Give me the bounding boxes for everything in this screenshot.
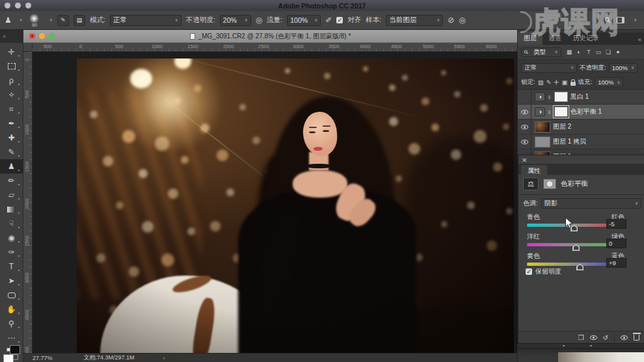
foreground-color-swatch[interactable] [3, 354, 14, 362]
brush-tool[interactable]: ✎ [0, 145, 23, 159]
status-expand-icon[interactable]: › [163, 355, 165, 361]
path-selection-tool[interactable]: ➤ [0, 274, 23, 288]
opacity-select[interactable]: 20% ∨ [220, 15, 251, 26]
lasso-tool[interactable]: ρ [0, 73, 23, 88]
tab-layers[interactable]: 图层 [518, 32, 543, 45]
cyan-red-value-input[interactable] [606, 219, 626, 229]
panel-resize-strip-2[interactable] [517, 348, 644, 352]
layer-visibility-eye-icon[interactable] [518, 105, 531, 119]
dodge-tool[interactable]: ◉ [0, 231, 23, 245]
doc-close-button[interactable] [29, 33, 35, 39]
tool-preset-chevron-icon[interactable]: ∨ [20, 18, 23, 23]
align-checkbox[interactable]: ✓ [336, 17, 343, 23]
layer-name[interactable]: 图层 2 [553, 122, 571, 131]
canvas-pasteboard[interactable] [33, 52, 517, 353]
lock-pixels-icon[interactable]: ✎ [546, 79, 552, 86]
brush-settings-panel-button[interactable]: ✎ [57, 15, 69, 26]
layer-row-2[interactable]: ◑∞色彩平衡 1 [518, 105, 644, 120]
layer-mask-thumbnail[interactable] [554, 92, 568, 102]
adjustment-layer-icon[interactable]: ◑ [535, 107, 545, 116]
airbrush-icon[interactable]: ✐ [325, 16, 332, 25]
document-title-bar[interactable]: _MG_3091.CR2 @ 27.8% (色彩平衡 1, 图层蒙版/8) * [23, 30, 517, 43]
eraser-tool[interactable]: ▱ [0, 188, 23, 202]
lock-all-icon[interactable] [570, 82, 576, 86]
layer-row-1[interactable]: ◑∞黑白 1 [518, 90, 644, 105]
marquee-tool[interactable] [0, 59, 23, 73]
background-color-swatch[interactable] [10, 345, 20, 354]
healing-brush-tool[interactable]: ✚ [0, 131, 23, 145]
mode-select[interactable]: 正常 ∨ [110, 15, 181, 26]
layer-name[interactable]: 色彩平衡 1 [570, 107, 602, 116]
vertical-ruler[interactable]: 05001000150020002500300035004000 [23, 52, 33, 353]
flow-select[interactable]: 100% ∨ [287, 15, 321, 26]
filter-shape-icon[interactable]: ▭ [595, 49, 602, 55]
layer-filter-select[interactable]: ⚲ 类型 ∨ [521, 47, 561, 57]
workspace-icon[interactable] [617, 17, 624, 23]
layers-opacity-select[interactable]: 100% ∨ [609, 63, 637, 73]
search-icon[interactable]: ⚲ [602, 15, 613, 25]
layer-row-3[interactable]: 图层 2 [518, 120, 644, 135]
filter-dot-icon[interactable]: ● [614, 49, 622, 55]
type-tool[interactable]: T [0, 259, 23, 274]
mask-link-icon[interactable]: ∞ [546, 110, 552, 114]
yellow-blue-slider-thumb[interactable] [576, 264, 584, 270]
workspace-chevron-icon[interactable]: ∨ [634, 18, 637, 23]
layer-mask-icon[interactable] [543, 179, 556, 189]
panel-collapse-icon[interactable]: « [635, 36, 644, 45]
layer-mask-thumbnail[interactable] [554, 107, 568, 117]
lock-artboard-icon[interactable]: ▣ [562, 79, 568, 86]
layer-thumbnail[interactable] [535, 136, 550, 148]
preserve-luminosity-checkbox[interactable]: ✓ [526, 268, 532, 275]
color-balance-icon[interactable]: ⚖ [523, 177, 539, 190]
layer-thumbnail[interactable] [535, 122, 550, 133]
zoom-level-field[interactable]: 27.77% [33, 355, 53, 361]
photo-document[interactable] [77, 58, 514, 353]
clone-stamp-preset-icon[interactable]: ♟ [5, 16, 12, 25]
brush-preset-picker[interactable]: 90 [27, 14, 42, 27]
layer-name[interactable]: 图层 1 拷贝 [553, 137, 586, 146]
smudge-tool[interactable]: ☟ [0, 216, 23, 231]
quick-selection-tool[interactable]: ✧ [0, 88, 23, 102]
layer-visibility-eye-icon[interactable] [518, 149, 531, 155]
layer-row-4[interactable]: 图层 1 拷贝 [518, 135, 644, 149]
clip-to-layer-icon[interactable]: ❐ [578, 334, 584, 341]
layer-visibility-empty[interactable] [518, 90, 531, 104]
eyedropper-tool[interactable]: ✒ [0, 116, 23, 131]
gradient-tool[interactable] [0, 202, 23, 216]
doc-minimize-button[interactable] [39, 33, 45, 39]
adjustment-layer-icon[interactable]: ◑ [535, 92, 545, 101]
filter-pixel-icon[interactable]: ▦ [565, 49, 573, 55]
magenta-green-slider-thumb[interactable] [572, 244, 580, 251]
blend-mode-select[interactable]: 正常 ∨ [521, 63, 577, 73]
filter-smart-object-icon[interactable]: ❏ [604, 49, 612, 55]
tab-channels[interactable]: 通道 [543, 32, 567, 45]
horizontal-ruler[interactable]: 5000500100015002000250030003500400045005… [33, 43, 517, 52]
mask-link-icon[interactable]: ∞ [546, 95, 552, 99]
properties-close-icon[interactable]: ✕ [522, 157, 527, 164]
lock-position-icon[interactable]: ✛ [554, 79, 559, 86]
panel-collapse-corner[interactable]: » [0, 30, 23, 43]
history-brush-tool[interactable]: ✏ [0, 174, 23, 188]
move-tool[interactable]: ✛ [0, 45, 23, 59]
layer-visibility-eye-icon[interactable] [518, 135, 531, 149]
adjustment-visibility-icon[interactable] [621, 335, 628, 340]
zoom-tool[interactable]: ⚲ [0, 317, 23, 331]
pressure-size-icon[interactable]: ◎ [459, 16, 465, 25]
ignore-adjustment-layers-icon[interactable]: ⊘ [448, 16, 454, 25]
layer-row-5[interactable]: 图层 1 [518, 149, 644, 155]
filter-type-icon[interactable]: T [585, 49, 593, 55]
brush-picker-chevron-icon[interactable]: ∨ [49, 18, 53, 23]
delete-adjustment-icon[interactable] [634, 335, 639, 341]
cyan-red-slider-thumb[interactable] [570, 225, 578, 231]
sample-select[interactable]: 当前图层 ∨ [386, 15, 443, 26]
pressure-opacity-icon[interactable]: ◎ [256, 16, 262, 25]
tone-select[interactable]: 阴影 ∨ [541, 198, 641, 209]
layer-visibility-eye-icon[interactable] [518, 120, 531, 134]
fill-select[interactable]: 100% ∨ [595, 77, 623, 87]
doc-zoom-button[interactable] [49, 33, 55, 39]
clone-stamp-tool[interactable]: ♟ [0, 159, 23, 174]
panel-resize-strip[interactable] [517, 343, 644, 348]
ruler-origin-corner[interactable] [23, 43, 33, 52]
crop-tool[interactable]: ⌗ [0, 102, 23, 116]
tab-history[interactable]: 历史记录 [567, 32, 605, 45]
